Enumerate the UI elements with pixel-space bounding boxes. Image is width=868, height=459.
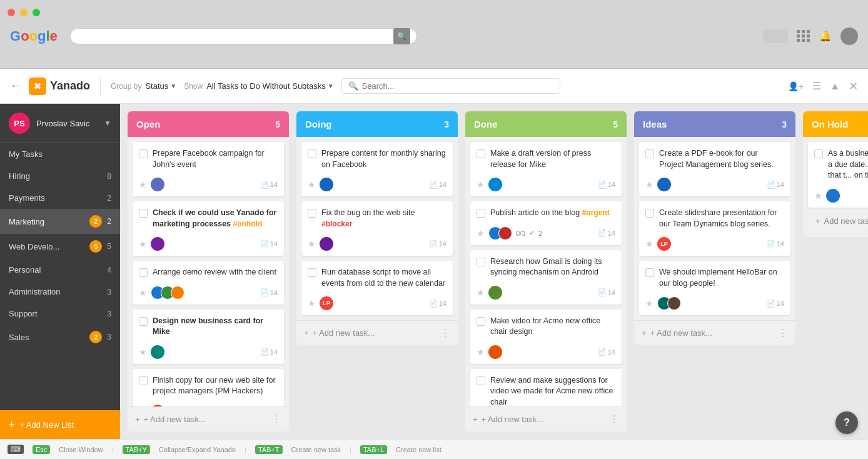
card-checkbox[interactable] bbox=[308, 149, 316, 158]
card-c1[interactable]: Prepare Facebook campaign for John's eve… bbox=[133, 142, 284, 196]
card-attach: 📄 14 bbox=[598, 229, 615, 237]
card-checkbox[interactable] bbox=[139, 149, 148, 158]
help-button[interactable]: ? bbox=[835, 411, 858, 434]
card-checkbox[interactable] bbox=[645, 209, 654, 218]
star-icon[interactable]: ★ bbox=[814, 191, 822, 201]
add-task-dots[interactable]: ⋮ bbox=[440, 327, 450, 339]
card-d2[interactable]: Fix the bug on the web site #blocker ★ 📄… bbox=[301, 201, 453, 256]
sidebar-item-web-develo[interactable]: Web Develo... 5 5 bbox=[0, 234, 120, 259]
browser-maximize-dot[interactable] bbox=[33, 9, 40, 16]
add-task-dots[interactable]: ⋮ bbox=[609, 413, 619, 425]
attach-count: 14 bbox=[270, 289, 278, 296]
add-task-label: + Add new task... bbox=[650, 328, 712, 338]
back-button[interactable]: ← bbox=[10, 79, 21, 93]
add-member-button[interactable]: 👤+ bbox=[788, 81, 804, 91]
card-oh1[interactable]: As a business us... to set a due date...… bbox=[808, 142, 868, 208]
add-task-onhold[interactable]: + Add new task... bbox=[808, 213, 868, 232]
browser-extension-btn[interactable] bbox=[763, 29, 788, 43]
url-bar[interactable]: 🔍 bbox=[70, 28, 417, 44]
card-checkbox[interactable] bbox=[308, 209, 316, 218]
star-icon[interactable]: ★ bbox=[477, 347, 485, 357]
card-checkbox[interactable] bbox=[139, 376, 148, 385]
card-avatar bbox=[320, 178, 333, 191]
add-task-dots[interactable]: ⋮ bbox=[778, 327, 788, 339]
card-checkbox[interactable] bbox=[139, 317, 148, 326]
card-checkbox[interactable] bbox=[477, 376, 485, 385]
add-task-dots[interactable]: ⋮ bbox=[271, 413, 281, 425]
sidebar-item-hiring[interactable]: Hiring 8 bbox=[0, 165, 120, 187]
add-task-ideas[interactable]: + + Add new task... ⋮ bbox=[634, 320, 795, 345]
card-checkbox[interactable] bbox=[139, 209, 148, 218]
star-icon[interactable]: ★ bbox=[308, 239, 316, 249]
star-icon[interactable]: ★ bbox=[477, 228, 485, 238]
group-by-value[interactable]: Status ▼ bbox=[145, 81, 176, 91]
sidebar-user[interactable]: PS Prvoslav Savic ▼ bbox=[0, 104, 120, 143]
card-checkbox[interactable] bbox=[477, 209, 485, 218]
card-checkbox[interactable] bbox=[477, 317, 485, 326]
column-open-title: Open bbox=[136, 119, 160, 129]
card-checkbox[interactable] bbox=[477, 258, 485, 266]
card-checkbox[interactable] bbox=[645, 149, 654, 158]
card-checkbox[interactable] bbox=[139, 268, 148, 277]
header-search[interactable]: 🔍 bbox=[341, 78, 560, 94]
add-task-open[interactable]: + + Add new task... ⋮ bbox=[128, 406, 289, 431]
star-icon[interactable]: ★ bbox=[139, 179, 147, 189]
star-icon[interactable]: ★ bbox=[477, 179, 485, 189]
star-icon[interactable]: ★ bbox=[645, 239, 654, 249]
card-c4[interactable]: Design new business card for Mike ★ 📄 14 bbox=[133, 310, 284, 364]
list-view-button[interactable]: ☰ bbox=[812, 80, 821, 92]
card-text: As a business us... to set a due date...… bbox=[828, 148, 868, 181]
card-dn2[interactable]: Publish article on the blog #urgent ★ 0/… bbox=[470, 201, 622, 245]
card-checkbox[interactable] bbox=[477, 149, 485, 158]
url-input[interactable] bbox=[77, 32, 393, 41]
card-dn1[interactable]: Make a draft version of press release fo… bbox=[470, 142, 622, 196]
sidebar-item-marketing[interactable]: Marketing 2 2 bbox=[0, 209, 120, 234]
notification-bell[interactable]: 🔔 bbox=[819, 30, 832, 42]
star-icon[interactable]: ★ bbox=[139, 239, 147, 249]
card-c2[interactable]: Check if we could use Yanado for marketi… bbox=[133, 201, 284, 256]
star-icon[interactable]: ★ bbox=[308, 179, 316, 189]
sidebar-item-my-tasks[interactable]: My Tasks bbox=[0, 143, 120, 165]
browser-minimize-dot[interactable] bbox=[20, 9, 28, 16]
add-task-doing[interactable]: + + Add new task... ⋮ bbox=[296, 320, 458, 345]
card-i3[interactable]: We should implement HelloBar on our blog… bbox=[639, 261, 790, 315]
card-i2[interactable]: Create slideshare presentation for our T… bbox=[639, 201, 790, 256]
card-checkbox[interactable] bbox=[308, 268, 316, 277]
group-by-control[interactable]: Group by Status ▼ bbox=[111, 81, 176, 91]
card-checkbox[interactable] bbox=[814, 149, 823, 158]
card-dn4[interactable]: Make video for Acme new office chair des… bbox=[470, 310, 622, 364]
star-icon[interactable]: ★ bbox=[645, 179, 654, 189]
sidebar-item-sales[interactable]: Sales 2 3 bbox=[0, 325, 120, 350]
card-d1[interactable]: Prepare content for monthly sharing on F… bbox=[301, 142, 453, 196]
show-filter-control[interactable]: Show All Tasks to Do Without Subtasks ▼ bbox=[184, 81, 333, 91]
sidebar-item-support[interactable]: Support 3 bbox=[0, 303, 120, 325]
card-checkbox[interactable] bbox=[645, 268, 654, 277]
search-input[interactable] bbox=[362, 81, 553, 91]
column-ideas-count: 3 bbox=[782, 119, 787, 129]
add-task-done[interactable]: + + Add new task... ⋮ bbox=[465, 406, 627, 431]
star-icon[interactable]: ★ bbox=[139, 288, 147, 298]
card-c5[interactable]: Finish copy for our new web site for pro… bbox=[133, 369, 284, 407]
sidebar-item-payments[interactable]: Payments 2 bbox=[0, 187, 120, 209]
card-c3[interactable]: Arrange demo review with the client ★ 📄 … bbox=[133, 261, 284, 305]
sidebar-item-administration[interactable]: Administration 3 bbox=[0, 281, 120, 303]
add-new-list-button[interactable]: + + Add New List bbox=[0, 410, 120, 439]
collapse-button[interactable]: ▲ bbox=[830, 81, 840, 92]
close-board-button[interactable]: ✕ bbox=[849, 79, 858, 93]
card-i1[interactable]: Create a PDF e-book for our Project Mana… bbox=[639, 142, 790, 196]
browser-user-avatar[interactable] bbox=[840, 28, 858, 45]
card-text: Create a PDF e-book for our Project Mana… bbox=[659, 148, 784, 170]
search-button[interactable]: 🔍 bbox=[393, 28, 410, 44]
browser-close-dot[interactable] bbox=[8, 9, 15, 16]
card-dn5[interactable]: Review and make suggestions for video we… bbox=[470, 369, 622, 407]
star-icon[interactable]: ★ bbox=[139, 347, 147, 357]
sidebar-item-personal[interactable]: Personal 4 bbox=[0, 259, 120, 281]
card-d3[interactable]: Run database script to move all events f… bbox=[301, 261, 453, 315]
star-icon[interactable]: ★ bbox=[645, 298, 654, 308]
star-icon[interactable]: ★ bbox=[308, 298, 316, 308]
card-dn3[interactable]: Research how Gmail is doing its syncing … bbox=[470, 250, 622, 305]
show-value[interactable]: All Tasks to Do Without Subtasks ▼ bbox=[206, 81, 333, 91]
apps-icon[interactable] bbox=[797, 30, 810, 42]
star-icon[interactable]: ★ bbox=[477, 288, 485, 298]
sidebar-count: 5 bbox=[107, 242, 111, 251]
